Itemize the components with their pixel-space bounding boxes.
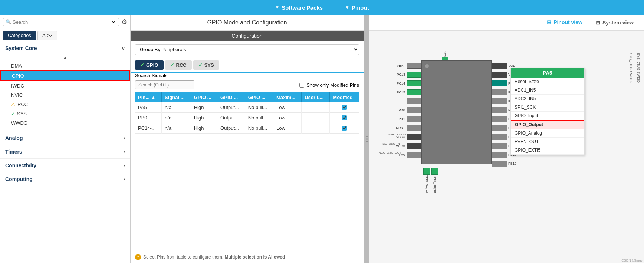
panel-divider[interactable] [364,15,369,263]
tab-az[interactable]: A->Z [37,31,58,40]
popup-item-eventout[interactable]: EVENTOUT [511,138,584,146]
search-dropdown[interactable] [109,19,116,25]
cell-gpio3: No pull... [245,123,273,134]
table-container: Pin... ▲ Signal ... GPIO ... GPIO ... GP… [131,92,364,251]
popup-item-gpio-output[interactable]: GPIO_Output [511,120,584,129]
pin-box[interactable] [492,63,507,69]
pin-box[interactable] [492,125,507,131]
pin-box[interactable] [407,89,421,95]
cell-modified [330,123,359,134]
system-core-label: System Core [5,45,37,51]
pin-box[interactable] [407,125,421,131]
pin-box[interactable] [407,63,421,69]
col-signal[interactable]: Signal ... [162,92,191,102]
col-gpio1[interactable]: GPIO ... [191,92,217,102]
pin-box[interactable] [407,134,421,140]
pin-box[interactable] [407,152,421,158]
tab-gpio[interactable]: ✓ GPIO [135,60,164,70]
pin-box[interactable] [492,107,507,113]
system-icon: ⊟ [596,20,600,26]
pin-pd1: PD1 [369,115,421,124]
sidebar-item-gpio[interactable]: GPIO [0,70,130,81]
pin-box[interactable] [423,168,430,175]
search-box[interactable]: 🔍 [3,18,119,26]
software-packs-menu[interactable]: ▼ Software Packs [275,4,323,11]
popup-item-gpio-analog[interactable]: GPIO_Analog [511,129,584,138]
rcc-osc-in-label: RCC_OSC_IN [381,142,400,145]
pin-box[interactable] [407,98,421,104]
pin-box[interactable] [492,134,507,140]
search-signals-container: Search Signals [131,73,364,80]
tab-system-view[interactable]: ⊟ System view [593,18,637,27]
pin-label: PC13 [369,73,407,76]
divider-dot [366,138,368,140]
top-bar: ▼ Software Packs ▼ Pinout [0,0,644,15]
popup-item-gpio-exti[interactable]: GPIO_EXTI5 [511,146,584,155]
modified-checkbox[interactable] [342,105,347,110]
right-panel: ⊞ Pinout view ⊟ System view SYS_JTCK-SWC… [369,15,644,263]
category-up-arrow[interactable]: ▲ [0,54,130,61]
pin-box[interactable] [492,80,507,86]
popup-item-adc2[interactable]: ADC2_IN5 [511,95,584,103]
search-input[interactable] [13,19,108,25]
popup-item-spi1[interactable]: SPI1_SCK [511,103,584,112]
sidebar-item-nvic[interactable]: NVIC [0,91,130,100]
cell-user [302,113,330,123]
sidebar-item-timers[interactable]: Timers › [0,145,130,158]
col-gpio3[interactable]: GPIO ... [245,92,273,102]
gear-icon[interactable]: ⚙ [121,18,127,26]
col-gpio2[interactable]: GPIO ... [217,92,245,102]
popup-item-gpio-input[interactable]: GPIO_Input [511,112,584,120]
chevron-right-icon: › [124,177,125,182]
pin-box[interactable] [407,72,421,78]
cell-gpio2: Output... [217,102,245,113]
pin-box[interactable] [407,107,421,113]
sidebar-item-dma[interactable]: DMA [0,61,130,70]
sidebar-item-wwdg[interactable]: WWDG [0,118,130,128]
modified-checkbox[interactable] [342,115,347,120]
pin-box[interactable] [492,152,507,158]
signal-search-input[interactable] [135,80,194,89]
show-modified-checkbox[interactable] [299,83,304,88]
pin-box[interactable] [492,116,507,122]
pin-box[interactable] [492,72,507,78]
tab-rcc[interactable]: ✓ RCC [165,60,192,70]
pin-box[interactable] [431,168,438,175]
pin-box[interactable] [407,143,421,149]
pin-box[interactable] [492,98,507,104]
gpio-label: GPIO [12,73,24,79]
search-icon: 🔍 [6,19,11,24]
sidebar-item-connectivity[interactable]: Connectivity › [0,158,130,172]
sidebar-item-computing[interactable]: Computing › [0,172,130,186]
tab-sys[interactable]: ✓ SYS [193,60,219,70]
popup-item-reset[interactable]: Reset_State [511,78,584,86]
popup-item-adc1[interactable]: ADC1_IN5 [511,86,584,95]
system-view-label: System view [602,20,634,26]
tab-pinout-view[interactable]: ⊞ Pinout view [544,18,585,27]
cell-modified [330,102,359,113]
col-pin[interactable]: Pin... ▲ [135,92,162,102]
pin-box[interactable] [492,161,507,167]
modified-checkbox[interactable] [342,126,347,131]
sidebar-item-analog[interactable]: Analog › [0,131,130,145]
col-user[interactable]: User L... [302,92,330,102]
cell-signal: n/a [162,113,191,123]
cell-gpio1: High [191,102,217,113]
system-core-header[interactable]: System Core ∨ [0,42,130,54]
pin-label: GPIO_Output [433,175,437,193]
tab-categories[interactable]: Categories [3,31,36,40]
table-body: PA5 n/a High Output... No pull... Low PB… [135,102,359,134]
sidebar-item-rcc[interactable]: ⚠ RCC [0,100,130,109]
col-max[interactable]: Maxim... [273,92,301,102]
sidebar-item-sys[interactable]: ✓ SYS [0,109,130,118]
tab-rcc-label: RCC [176,62,187,68]
pinout-menu[interactable]: ▼ Pinout [345,4,369,11]
sidebar-item-iwdg[interactable]: IWDG [0,81,130,91]
pin-box[interactable] [492,89,507,95]
col-modified[interactable]: Modified [330,92,359,102]
pin-box[interactable] [407,80,421,86]
group-by-select[interactable]: Group By Peripherals [135,44,359,55]
pin-box[interactable] [407,116,421,122]
divider-handle [366,136,368,142]
pin-box[interactable] [492,143,507,149]
